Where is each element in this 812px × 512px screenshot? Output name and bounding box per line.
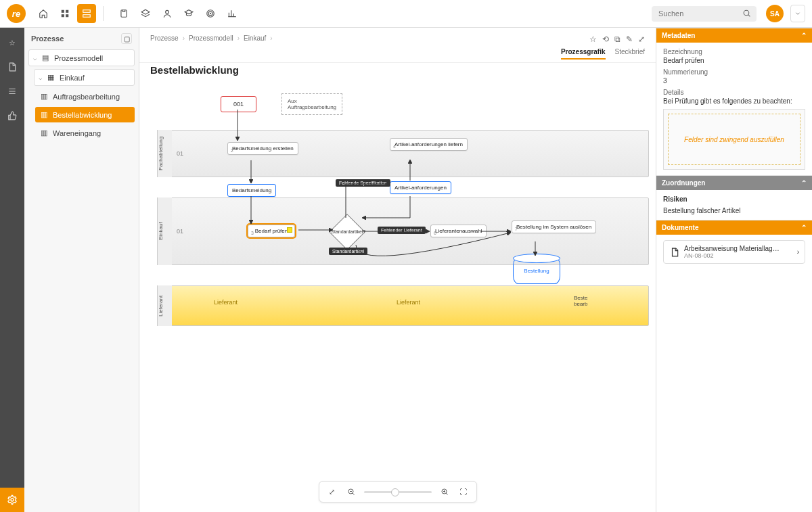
svg-rect-1 <box>66 10 68 13</box>
apps-icon[interactable] <box>55 4 74 23</box>
zoom-in-icon[interactable] <box>438 486 451 498</box>
panel-dokumente: Dokumente Arbeitsanweisung Materiallag… <box>656 220 812 269</box>
rail-document-icon[interactable] <box>5 60 19 74</box>
meta-val-details: Bei Prüfung gibt es folgendes zu beachte… <box>663 97 805 105</box>
zoom-out-icon[interactable] <box>345 486 357 498</box>
node-bedarf-pruefen[interactable]: Bedarf prüfen 3 <box>248 225 295 237</box>
education-icon[interactable] <box>179 4 198 23</box>
svg-rect-3 <box>66 14 68 17</box>
node-number: 3 <box>251 231 254 235</box>
metadata-preview-image[interactable]: Felder sind zwingend auszufüllen <box>663 109 805 170</box>
panel-header-dokumente[interactable]: Dokumente <box>656 220 812 235</box>
refresh-icon[interactable]: ⟲ <box>602 34 609 44</box>
topbar: re SA <box>0 0 812 28</box>
node-label: Artikel-anforderungen liefern <box>394 141 463 147</box>
svg-rect-5 <box>83 15 91 18</box>
center-column: Prozesse› Prozessmodell› Einkauf› ☆ ⟲ ⧉ … <box>139 28 656 512</box>
rail-thumbs-up-icon[interactable] <box>5 109 19 122</box>
zoom-slider[interactable] <box>364 491 432 493</box>
user-icon[interactable] <box>158 4 177 23</box>
tree-item-einkauf[interactable]: ⌵ ▦ Einkauf <box>34 69 135 86</box>
doc-artikelanforderungen[interactable]: Artikel-anforderungen <box>390 181 451 194</box>
tree-item-label: Wareneingang <box>53 129 101 137</box>
target-icon[interactable] <box>201 4 220 23</box>
process-tree-panel: Prozesse ▢ ⌵ ▤ Prozessmodell ⌵ ▦ Einkauf… <box>24 28 139 512</box>
chevron-up-icon <box>801 32 807 39</box>
panel-header-zuordnungen[interactable]: Zuordnungen <box>656 176 812 190</box>
rail-menu-icon[interactable] <box>5 85 19 98</box>
clipboard-icon[interactable] <box>114 4 133 23</box>
diagram-aux-node[interactable]: Aux Auftragsbearbeitung <box>281 93 342 115</box>
meta-val-nummer: 3 <box>663 77 805 85</box>
svg-point-7 <box>166 10 169 14</box>
node-lieferantenauswahl[interactable]: Lieferantenauswahl 6 <box>430 225 487 237</box>
breadcrumbs: Prozesse› Prozessmodell› Einkauf› <box>150 34 273 42</box>
swimlane-id: 01 <box>177 228 183 235</box>
tab-prozessgrafik[interactable]: Prozessgrafik <box>561 48 606 60</box>
user-avatar[interactable]: SA <box>766 5 784 22</box>
zuord-item[interactable]: Bestellung falscher Artikel <box>663 207 805 214</box>
panel-title: Metadaten <box>662 32 695 39</box>
crumb[interactable]: Prozessmodell <box>189 34 233 42</box>
zoom-fit-icon[interactable]: ⤢ <box>326 486 338 498</box>
home-icon[interactable] <box>34 4 53 23</box>
swimlane-label: Einkauf <box>157 197 172 265</box>
document-icon: ▤ <box>41 53 50 62</box>
process-module-icon[interactable] <box>77 4 96 23</box>
edge-label-fehlender-lieferant: Fehlender Lieferant <box>378 227 426 234</box>
node-bestellung-ausloesen[interactable]: Bestellung im System auslösen 7 <box>512 220 596 233</box>
meta-key-bezeichnung: Bezeichnung <box>663 48 805 55</box>
star-icon[interactable]: ☆ <box>589 34 597 44</box>
layers-icon[interactable] <box>136 4 155 23</box>
tree-item-auftragsbearbeitung[interactable]: ▥ Auftragsbearbeitung <box>35 89 135 104</box>
view-controls: ☆ ⟲ ⧉ ✎ ⤢ Prozessgrafik Steckbrief <box>561 34 645 60</box>
datastore-label: Bestellung <box>524 268 549 274</box>
crumb[interactable]: Prozesse <box>150 34 179 42</box>
document-item[interactable]: Arbeitsanweisung Materiallag… AN-08-002 … <box>663 240 805 264</box>
panel-title: Zuordnungen <box>662 179 705 187</box>
tab-steckbrief[interactable]: Steckbrief <box>615 48 645 60</box>
tree-item-label: Auftragsbearbeitung <box>53 93 120 101</box>
tree-item-label: Einkauf <box>60 74 85 82</box>
rail-star-icon[interactable]: ☆ <box>5 36 19 49</box>
search-field[interactable] <box>652 6 757 22</box>
main: Prozesse› Prozessmodell› Einkauf› ☆ ⟲ ⧉ … <box>139 28 812 512</box>
node-label: Bedarf prüfen <box>255 228 288 234</box>
node-label: Bestellung im System auslösen <box>516 224 591 230</box>
gateway-label: Standardartikel? <box>328 229 369 234</box>
node-number: 4 <box>393 144 396 149</box>
chevron-down-icon: ⌵ <box>33 55 37 62</box>
chart-bar-icon[interactable] <box>223 4 242 23</box>
search-input[interactable] <box>657 9 738 18</box>
user-menu-caret[interactable] <box>790 5 805 22</box>
grid-icon: ▦ <box>46 73 55 82</box>
node-number: 7 <box>515 227 518 231</box>
svg-point-11 <box>744 10 749 16</box>
preview-note: Felder sind zwingend auszufüllen <box>684 136 784 143</box>
svg-point-10 <box>210 13 210 14</box>
meta-key-details: Details <box>663 89 805 96</box>
lane3-lieferant-center: Lieferant <box>397 299 420 306</box>
tree-collapse-icon[interactable]: ▢ <box>121 33 132 44</box>
doc-bedarfsmeldung[interactable]: Bedarfsmeldung <box>227 184 276 197</box>
search-icon <box>742 9 751 19</box>
node-artikel-anforderungen-liefern[interactable]: Artikel-anforderungen liefern 4 <box>390 138 468 151</box>
node-bedarfsmeldung-erstellen[interactable]: Bedarfsmeldung erstellen 2 <box>227 142 298 155</box>
diagram-canvas[interactable]: 001 Aux Auftragsbearbeitung Fachabteilun… <box>139 83 656 512</box>
edit-icon[interactable]: ✎ <box>626 34 633 44</box>
tree-item-bestellabwicklung[interactable]: ▥ Bestellabwicklung <box>35 107 135 122</box>
chevron-up-icon <box>801 179 807 187</box>
panel-header-metadata[interactable]: Metadaten <box>656 28 812 43</box>
copy-icon[interactable]: ⧉ <box>614 34 621 44</box>
tree-item-prozessmodell[interactable]: ⌵ ▤ Prozessmodell <box>28 49 135 66</box>
new-window-icon[interactable]: ⤢ <box>638 34 645 44</box>
app-logo[interactable]: re <box>7 4 26 23</box>
crumb[interactable]: Einkauf <box>244 34 266 42</box>
datastore-bestellung[interactable]: Bestellung <box>513 257 560 284</box>
tree-item-wareneingang[interactable]: ▥ Wareneingang <box>35 125 135 141</box>
rail-settings-icon[interactable] <box>0 488 24 512</box>
svg-rect-0 <box>62 10 64 13</box>
diagram-start-node[interactable]: 001 <box>221 96 256 112</box>
fullscreen-icon[interactable]: ⛶ <box>457 486 470 498</box>
edge-label-fehlende-spezifikation: Fehlende Spezifikation <box>336 179 390 187</box>
